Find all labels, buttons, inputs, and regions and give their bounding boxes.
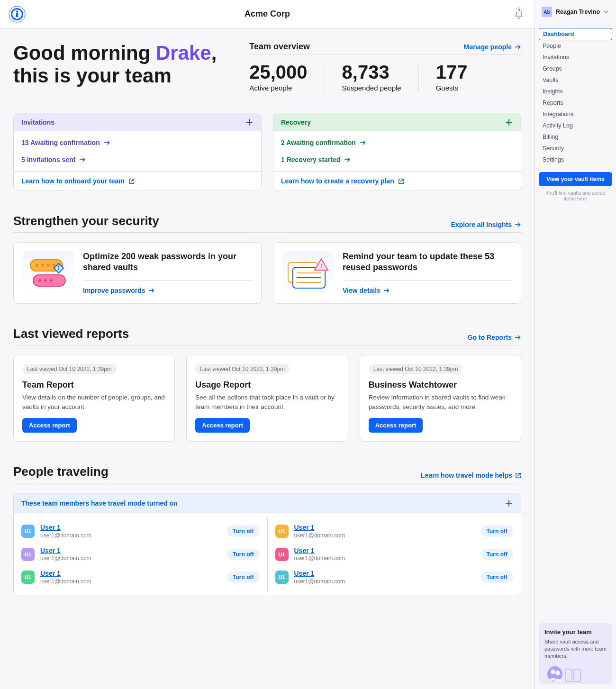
sidebar-hint: You'll find vaults and saved items here <box>539 190 612 201</box>
user-link[interactable]: User 1 <box>294 547 475 555</box>
invitations-panel: Invitations 13 Awaiting confirmation 5 I… <box>13 113 262 191</box>
turn-off-button[interactable]: Turn off <box>227 526 259 537</box>
sidebar-item-billing[interactable]: Billing <box>539 131 612 143</box>
report-desc: Review information in shared vaults to f… <box>369 393 512 411</box>
svg-point-3 <box>16 10 18 12</box>
notification-count: 0 <box>516 7 522 13</box>
turn-off-button[interactable]: Turn off <box>481 571 513 583</box>
stat-suspended: 8,733 Suspended people <box>342 62 419 92</box>
sidebar-item-groups[interactable]: Groups <box>539 63 612 74</box>
stat-guests: 177 Guests <box>436 62 468 92</box>
svg-rect-25 <box>574 669 580 681</box>
greeting: Good morning Drake, this is your team <box>13 42 226 88</box>
svg-text:!: ! <box>320 263 322 270</box>
turn-off-button[interactable]: Turn off <box>481 526 513 537</box>
user-email: user1@domain.com <box>40 555 221 562</box>
user-email: user1@domain.com <box>294 555 475 562</box>
user-email: user1@domain.com <box>40 532 221 539</box>
recovery-row[interactable]: 2 Awaiting confirmation <box>281 134 513 151</box>
arrow-right-icon <box>344 156 351 163</box>
invite-team-card[interactable]: Invite your team Share vault access and … <box>539 623 612 684</box>
learn-recovery-link[interactable]: Learn how to create a recovery plan <box>273 171 521 190</box>
sidebar: Ab Reagan Trevino DashboardPeopleInvitat… <box>534 0 616 689</box>
security-card-heading: Optimize 200 weak passwords in your shar… <box>83 251 253 281</box>
access-report-button[interactable]: Access report <box>195 418 250 433</box>
user-avatar: U1 <box>275 525 289 538</box>
sidebar-item-dashboard[interactable]: Dashboard <box>539 28 612 40</box>
security-title: Strengthen your security <box>13 214 159 228</box>
travel-user-row: U1User 1user1@domain.comTurn off <box>275 520 514 543</box>
sidebar-item-invitations[interactable]: Invitations <box>539 52 612 63</box>
sidebar-item-security[interactable]: Security <box>539 143 612 154</box>
svg-rect-10 <box>33 275 65 286</box>
view-details-link[interactable]: View details <box>343 287 390 294</box>
svg-rect-4 <box>16 13 18 18</box>
go-to-reports-link[interactable]: Go to Reports <box>468 334 521 341</box>
recovery-title: Recovery <box>281 118 311 126</box>
sidebar-item-activity-log[interactable]: Activity Log <box>539 120 612 131</box>
recovery-add-button[interactable] <box>505 118 513 127</box>
user-link[interactable]: User 1 <box>40 547 221 555</box>
learn-travel-link[interactable]: Learn how travel mode helps <box>421 471 521 479</box>
report-name: Usage Report <box>195 380 339 390</box>
access-report-button[interactable]: Access report <box>22 418 77 433</box>
turn-off-button[interactable]: Turn off <box>481 549 513 560</box>
report-desc: See all the actions that took place in a… <box>195 393 339 411</box>
turn-off-button[interactable]: Turn off <box>227 571 259 583</box>
security-section: Strengthen your security Explore all Ins… <box>13 214 521 304</box>
user-link[interactable]: User 1 <box>294 570 475 578</box>
user-link[interactable]: User 1 <box>294 524 475 532</box>
report-name: Business Watchtower <box>369 380 512 390</box>
invitation-row[interactable]: 13 Awaiting confirmation <box>21 134 254 151</box>
arrow-right-icon <box>148 287 155 294</box>
sidebar-item-settings[interactable]: Settings <box>539 154 612 165</box>
team-overview: Team overview Manage people 25,000 Activ… <box>249 42 521 92</box>
view-vault-button[interactable]: View your vault items <box>539 172 612 186</box>
notifications-button[interactable]: 0 <box>513 8 525 20</box>
sidebar-item-integrations[interactable]: Integrations <box>539 109 612 120</box>
invitations-add-button[interactable] <box>245 118 254 127</box>
explore-insights-link[interactable]: Explore all Insights <box>451 221 521 228</box>
app-header: Acme Corp 0 <box>0 0 534 28</box>
learn-onboard-link[interactable]: Learn how to onboard your team <box>14 171 261 190</box>
arrow-right-icon <box>104 139 110 146</box>
travel-add-button[interactable] <box>505 499 513 508</box>
chevron-down-icon <box>604 9 608 14</box>
user-link[interactable]: User 1 <box>40 570 221 578</box>
travel-section: People traveling Learn how travel mode h… <box>13 464 521 596</box>
svg-point-11 <box>38 279 41 282</box>
invite-illustration <box>544 664 607 682</box>
arrow-right-icon <box>515 44 521 50</box>
svg-point-22 <box>551 670 555 674</box>
plus-icon <box>246 119 253 126</box>
access-report-button[interactable]: Access report <box>369 418 423 433</box>
reports-section: Last viewed reports Go to Reports Last v… <box>13 326 521 442</box>
svg-point-8 <box>47 264 50 267</box>
svg-point-7 <box>41 264 44 267</box>
svg-point-6 <box>36 264 38 267</box>
user-menu[interactable]: Ab Reagan Trevino <box>539 5 612 23</box>
sidebar-item-insights[interactable]: Insights <box>539 86 612 97</box>
svg-point-23 <box>555 671 560 675</box>
user-avatar: U1 <box>275 571 289 584</box>
report-desc: View details on the number of people, gr… <box>22 393 166 411</box>
external-link-icon <box>128 178 135 184</box>
report-card: Last viewed Oct 10 2022, 1:39pmBusiness … <box>360 355 521 442</box>
sidebar-item-reports[interactable]: Reports <box>539 97 612 109</box>
last-viewed-chip: Last viewed Oct 10 2022, 1:39pm <box>195 364 290 374</box>
sidebar-item-people[interactable]: People <box>539 40 612 52</box>
svg-point-9 <box>53 264 55 267</box>
travel-user-row: U1User 1user1@domain.comTurn off <box>275 543 514 566</box>
svg-rect-24 <box>565 669 572 681</box>
invitation-row[interactable]: 5 Invitations sent <box>21 151 254 168</box>
manage-people-link[interactable]: Manage people <box>464 43 521 51</box>
svg-point-12 <box>44 279 47 282</box>
recovery-row[interactable]: 1 Recovery started <box>281 151 513 168</box>
improve-passwords-link[interactable]: Improve passwords <box>83 287 155 294</box>
sidebar-item-vaults[interactable]: Vaults <box>539 74 612 86</box>
user-link[interactable]: User 1 <box>40 524 221 532</box>
invite-body: Share vault access and passwords with mo… <box>544 638 607 660</box>
travel-user-row: U1User 1user1@domain.comTurn off <box>21 566 260 589</box>
external-link-icon <box>515 472 521 479</box>
turn-off-button[interactable]: Turn off <box>227 549 259 560</box>
